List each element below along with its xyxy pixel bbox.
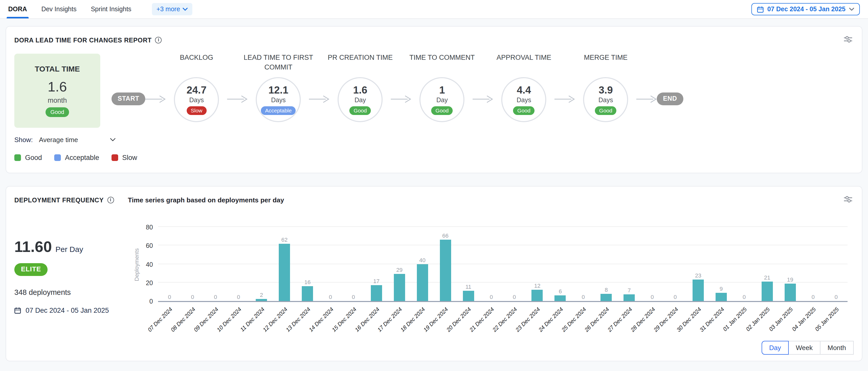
stage-circle[interactable]: 12.1 Days Acceptable <box>256 77 301 122</box>
bar-slot: 66 <box>434 228 457 301</box>
x-axis-labels: 07 Dec 202408 Dec 202409 Dec 202410 Dec … <box>158 302 847 336</box>
bar-slot: 0 <box>641 228 664 301</box>
x-axis-label: 18 Dec 2024 <box>411 302 434 336</box>
bar-value-label: 40 <box>419 257 426 263</box>
bar-value-label: 12 <box>534 283 540 289</box>
deployment-bar[interactable] <box>371 285 382 301</box>
nav-tab[interactable]: Sprint Insights <box>91 0 131 19</box>
more-tabs-button[interactable]: +3 more <box>152 3 192 15</box>
bar-value-label: 8 <box>604 286 608 293</box>
deployment-frequency-card: DEPLOYMENT FREQUENCY i Time series graph… <box>6 186 862 361</box>
date-range-picker[interactable]: 07 Dec 2024 - 05 Jan 2025 <box>751 3 860 15</box>
deployment-bar[interactable] <box>532 290 543 301</box>
nav-tab[interactable]: Dev Insights <box>41 0 77 19</box>
flow-arrow-icon <box>391 95 411 105</box>
x-axis-label: 13 Dec 2024 <box>296 302 319 336</box>
stage-circle[interactable]: 3.9 Days Good <box>583 77 628 122</box>
deployment-bar[interactable] <box>762 281 773 301</box>
deployment-bar[interactable] <box>256 299 267 301</box>
total-time-card: TOTAL TIME 1.6 month Good <box>14 54 100 128</box>
x-axis-label: 17 Dec 2024 <box>388 302 411 336</box>
bar-value-label: 0 <box>191 294 194 300</box>
bar-slot: 0 <box>733 228 756 301</box>
x-axis-label: 04 Jan 2025 <box>802 302 825 336</box>
deployment-bar[interactable] <box>601 294 612 301</box>
legend-item: Acceptable <box>54 154 99 162</box>
deployment-bar[interactable] <box>302 286 313 301</box>
calendar-icon <box>14 307 21 314</box>
bar-value-label: 19 <box>787 276 793 282</box>
show-metric-value: Average time <box>39 136 78 144</box>
deployment-bar[interactable] <box>440 240 451 301</box>
total-time-unit: month <box>48 96 67 104</box>
bar-value-label: 0 <box>582 294 585 300</box>
bar-slot: 0 <box>227 228 250 301</box>
bar-slot: 0 <box>802 228 825 301</box>
bars-row: 0000262160017294066110012608700239021190… <box>158 228 847 301</box>
total-time-badge: Good <box>45 107 69 117</box>
stage-circle[interactable]: 1 Day Good <box>420 77 465 122</box>
deployment-title-group: DEPLOYMENT FREQUENCY i <box>14 197 128 204</box>
bar-slot: 11 <box>457 228 480 301</box>
stage-circle[interactable]: 24.7 Days Slow <box>174 77 219 122</box>
start-pill: START <box>112 93 146 105</box>
lead-time-card: DORA LEAD TIME FOR CHANGES REPORT i TOTA… <box>6 26 862 173</box>
stage-title: APPROVAL TIME <box>483 53 565 62</box>
legend-item: Good <box>14 154 42 162</box>
sliders-icon <box>843 196 852 203</box>
stage-circle[interactable]: 1.6 Day Good <box>338 77 383 122</box>
info-icon[interactable]: i <box>107 197 114 203</box>
x-axis-label: 14 Dec 2024 <box>319 302 342 336</box>
more-tabs-label: +3 more <box>156 6 180 13</box>
bar-value-label: 17 <box>373 278 380 284</box>
calendar-icon <box>757 6 764 12</box>
granularity-button[interactable]: Month <box>820 341 854 355</box>
show-metric-select[interactable]: Average time <box>39 136 116 144</box>
deployment-bar[interactable] <box>785 283 796 301</box>
info-icon[interactable]: i <box>155 37 162 43</box>
deployment-bar[interactable] <box>623 295 635 301</box>
legend-swatch <box>54 154 61 161</box>
deployment-bar[interactable] <box>463 291 474 301</box>
deployment-bar[interactable] <box>716 293 727 301</box>
deployment-bar[interactable] <box>555 295 566 301</box>
stage-unit: Days <box>189 97 204 104</box>
deployment-chart: Deployments 0000262160017294066110012608… <box>129 207 854 336</box>
granularity-button[interactable]: Day <box>762 341 788 355</box>
deployment-bar[interactable] <box>692 280 704 301</box>
stage-badge: Good <box>595 106 616 115</box>
stage-badge: Good <box>350 106 371 115</box>
bar-value-label: 29 <box>396 267 403 273</box>
bar-slot: 40 <box>411 228 434 301</box>
bar-slot: 0 <box>342 228 365 301</box>
granularity-button[interactable]: Week <box>788 341 820 355</box>
x-axis-label: 28 Dec 2024 <box>641 302 664 336</box>
deployment-bar[interactable] <box>417 264 428 301</box>
chart-settings-button[interactable] <box>842 195 854 205</box>
bar-value-label: 0 <box>329 294 332 300</box>
bar-slot: 23 <box>687 228 710 301</box>
stage-circle[interactable]: 4.4 Days Good <box>501 77 547 122</box>
stage-badge: Good <box>431 106 453 115</box>
gridline <box>158 226 847 227</box>
nav-tab[interactable]: DORA <box>8 0 27 19</box>
lead-time-flow: TOTAL TIME 1.6 month Good START BACKLOG <box>14 53 854 128</box>
deployment-bar[interactable] <box>279 243 290 301</box>
legend-item: Slow <box>112 154 137 162</box>
deployment-bar[interactable] <box>394 274 405 301</box>
bar-slot: 0 <box>664 228 687 301</box>
y-axis-tick: 40 <box>133 261 153 268</box>
x-axis-label: 16 Dec 2024 <box>365 302 388 336</box>
bar-slot: 12 <box>526 228 549 301</box>
stage-title: PR CREATION TIME <box>319 53 401 62</box>
x-axis-label: 22 Dec 2024 <box>503 302 526 336</box>
x-axis-label: 01 Jan 2025 <box>733 302 756 336</box>
chart-settings-button[interactable] <box>842 35 854 45</box>
deployment-date-range-label: 07 Dec 2024 - 05 Jan 2025 <box>26 307 109 314</box>
plot-area: 0000262160017294066110012608700239021190… <box>158 228 847 302</box>
deployment-card-header: DEPLOYMENT FREQUENCY i Time series graph… <box>14 195 854 205</box>
stage-title: TIME TO COMMENT <box>401 53 483 62</box>
top-bar: DORA Dev Insights Sprint Insights +3 mor… <box>0 0 868 19</box>
deployment-date-range: 07 Dec 2024 - 05 Jan 2025 <box>14 307 129 314</box>
bar-value-label: 6 <box>559 288 562 294</box>
